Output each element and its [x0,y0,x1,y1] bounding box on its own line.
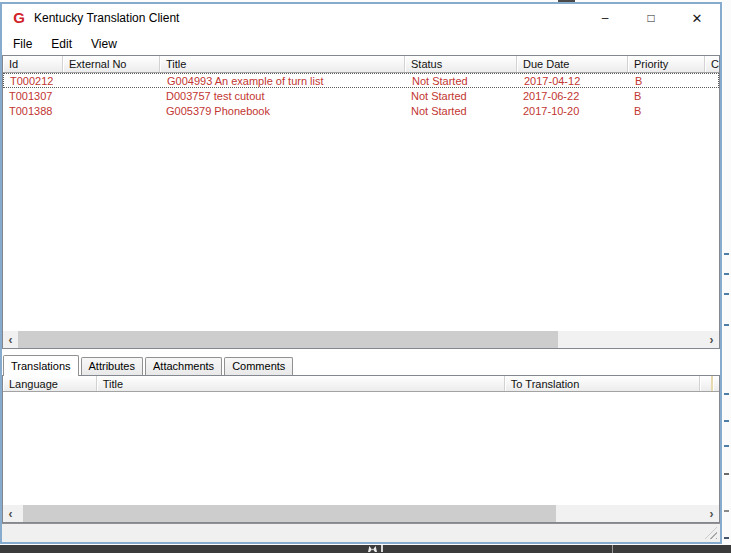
cell-priority: B [628,105,705,117]
background-artifact [724,420,729,422]
cell-priority: B [629,75,706,87]
background-artifact [724,537,729,539]
jobs-listview: Id External No Title Status Due Date Pri… [2,55,720,349]
scrollbar-thumb[interactable] [23,505,556,522]
cell-id: T000212 [4,75,64,87]
jobs-list-empty-area [3,118,719,331]
background-artifact [724,393,729,395]
tab-attributes[interactable]: Attributes [81,357,143,375]
background-artifact [368,546,377,552]
table-row[interactable]: T001307 D003757 test cutout Not Started … [3,88,719,103]
column-header-id[interactable]: Id [3,56,63,72]
menu-view[interactable]: View [89,35,119,53]
column-header-due-date[interactable]: Due Date [517,56,628,72]
scrollbar-thumb[interactable] [18,331,558,348]
minimize-button[interactable]: – [582,4,628,32]
menu-edit[interactable]: Edit [49,35,74,53]
window-controls: – □ ✕ [582,4,720,32]
column-header-status[interactable]: Status [405,56,517,72]
screen: G Kentucky Translation Client – □ ✕ File… [0,0,731,553]
jobs-rows: T000212 G004993 An example of turn list … [3,73,719,118]
background-artifact [724,324,729,326]
cell-due-date: 2017-04-12 [518,75,629,87]
column-header-c[interactable]: C [705,56,719,72]
window-title: Kentucky Translation Client [34,11,179,25]
background-artifact [724,473,729,475]
cell-priority: B [628,90,705,102]
background-artifact [381,545,383,552]
menubar: File Edit View [2,32,720,55]
cell-title: G004993 An example of turn list [161,75,406,87]
background-artifact [724,293,729,295]
maximize-button[interactable]: □ [628,4,674,32]
chevron-right-icon[interactable]: › [704,332,719,348]
table-row[interactable]: T000212 G004993 An example of turn list … [3,73,719,88]
column-header-filler [700,376,713,391]
background-right-margin [723,0,731,553]
column-header-to-translation[interactable]: To Translation [505,376,700,391]
jobs-header-row: Id External No Title Status Due Date Pri… [3,56,719,73]
tab-translations[interactable]: Translations [3,355,79,376]
cell-id: T001307 [3,90,63,102]
background-artifact [724,253,729,255]
chevron-left-icon[interactable]: ‹ [3,332,18,348]
cell-title: G005379 Phonebook [160,105,405,117]
cell-status: Not Started [405,105,517,117]
translations-horizontal-scrollbar[interactable]: ‹ › [3,505,719,522]
cell-due-date: 2017-06-22 [517,90,628,102]
column-header-spacer [713,376,719,391]
cell-status: Not Started [405,90,517,102]
status-bar [2,523,720,542]
cell-id: T001388 [3,105,63,117]
app-logo-icon[interactable]: G [11,10,27,26]
app-window: G Kentucky Translation Client – □ ✕ File… [0,2,722,544]
column-header-language[interactable]: Language [3,376,97,391]
column-header-title[interactable]: Title [160,56,405,72]
column-header-priority[interactable]: Priority [628,56,705,72]
background-artifact [724,510,729,512]
titlebar[interactable]: G Kentucky Translation Client – □ ✕ [2,4,720,32]
detail-tabstrip: Translations Attributes Attachments Comm… [3,354,295,375]
chevron-right-icon[interactable]: › [704,506,719,522]
column-header-external-no[interactable]: External No [63,56,160,72]
background-taskbar-strip [0,545,731,553]
background-artifact [612,545,613,553]
translations-panel: Language Title To Translation ‹ › [2,375,720,523]
background-artifact [724,273,729,275]
jobs-horizontal-scrollbar[interactable]: ‹ › [3,331,719,348]
chevron-left-icon[interactable]: ‹ [3,506,18,522]
cell-title: D003757 test cutout [160,90,405,102]
tab-attachments[interactable]: Attachments [145,357,222,375]
resize-grip[interactable] [705,527,717,539]
column-header-title[interactable]: Title [97,376,505,391]
close-button[interactable]: ✕ [674,4,720,32]
menu-file[interactable]: File [11,35,34,53]
translations-empty-area [3,392,719,505]
cell-due-date: 2017-10-20 [517,105,628,117]
translations-header-row: Language Title To Translation [3,376,719,392]
tab-comments[interactable]: Comments [224,357,293,375]
cell-status: Not Started [406,75,518,87]
table-row[interactable]: T001388 G005379 Phonebook Not Started 20… [3,103,719,118]
background-artifact [724,445,729,447]
